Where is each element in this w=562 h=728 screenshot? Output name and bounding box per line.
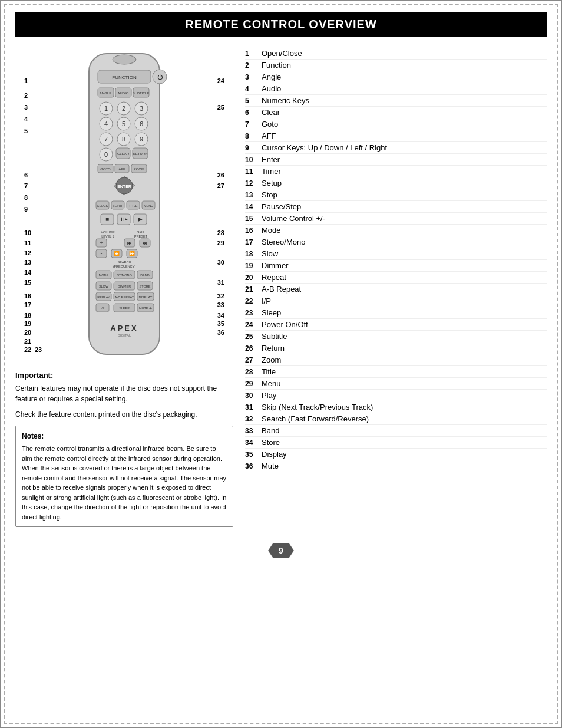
- right-column: 1Open/Close2Function3Angle4Audio5Numeric…: [245, 48, 547, 472]
- svg-text:DIGITAL: DIGITAL: [118, 334, 132, 337]
- function-item: 20Repeat: [245, 272, 547, 284]
- left-column: 1 2 3 4 5 6 7 8 9 10 11 12 13 14: [15, 48, 233, 532]
- function-num: 7: [245, 120, 262, 129]
- function-name: Mute: [262, 462, 279, 470]
- function-item: 28Title: [245, 366, 547, 378]
- function-item: 29Menu: [245, 378, 547, 390]
- svg-text:9: 9: [140, 136, 143, 143]
- function-num: 32: [245, 415, 262, 423]
- function-item: 3Angle: [245, 71, 547, 83]
- function-num: 22: [245, 297, 262, 305]
- label-22: 22: [24, 346, 31, 353]
- function-num: 11: [245, 167, 262, 176]
- label-30: 30: [217, 259, 224, 266]
- svg-text:SEARCH: SEARCH: [118, 261, 131, 264]
- function-item: 25Subtitle: [245, 331, 547, 342]
- function-num: 16: [245, 226, 262, 235]
- label-6: 6: [24, 172, 28, 179]
- svg-text:3: 3: [140, 105, 143, 112]
- svg-text:MENU: MENU: [144, 204, 153, 207]
- label-23: 23: [35, 346, 42, 353]
- notes-title: Notes:: [22, 431, 227, 442]
- svg-text:SETUP: SETUP: [113, 204, 124, 207]
- function-item: 5Numeric Keys: [245, 95, 547, 107]
- main-content: 1 2 3 4 5 6 7 8 9 10 11 12 13 14: [15, 48, 547, 532]
- function-item: 33Band: [245, 425, 547, 437]
- label-29: 29: [217, 239, 224, 246]
- function-name: Volume Control +/-: [262, 214, 325, 223]
- function-name: Audio: [262, 84, 281, 93]
- function-item: 15Volume Control +/-: [245, 213, 547, 225]
- svg-text:VOLUME: VOLUME: [101, 230, 115, 234]
- function-name: Dimmer: [262, 261, 289, 270]
- label-27: 27: [217, 182, 224, 189]
- function-num: 1: [245, 50, 262, 58]
- function-num: 25: [245, 332, 262, 341]
- function-num: 4: [245, 85, 262, 93]
- function-num: 29: [245, 380, 262, 388]
- svg-text:AUDIO: AUDIO: [117, 91, 128, 95]
- function-item: 35Display: [245, 449, 547, 460]
- function-name: Slow: [262, 249, 278, 258]
- function-name: Setup: [262, 179, 282, 187]
- function-num: 23: [245, 309, 262, 317]
- function-name: Angle: [262, 73, 281, 81]
- function-num: 15: [245, 215, 262, 223]
- label-16: 16: [24, 292, 31, 299]
- function-item: 13Stop: [245, 189, 547, 201]
- svg-text:6: 6: [140, 120, 143, 127]
- function-name: Goto: [262, 120, 278, 129]
- svg-text:ANGLE: ANGLE: [100, 91, 111, 95]
- function-num: 30: [245, 391, 262, 400]
- svg-text:1: 1: [104, 105, 108, 112]
- label-5: 5: [24, 127, 28, 134]
- svg-text:STORE: STORE: [140, 285, 151, 288]
- notes-text: The remote control transmits a direction…: [22, 444, 227, 522]
- function-num: 20: [245, 274, 262, 282]
- function-num: 26: [245, 344, 262, 353]
- svg-text:ENTER: ENTER: [117, 185, 131, 189]
- function-name: Numeric Keys: [262, 96, 309, 105]
- function-item: 30Play: [245, 390, 547, 401]
- function-item: 16Mode: [245, 225, 547, 236]
- svg-point-1: [113, 55, 136, 64]
- function-name: Cursor Keys: Up / Down / Left / Right: [262, 143, 387, 152]
- svg-text:(FREQUENCY): (FREQUENCY): [113, 265, 135, 268]
- svg-text:SLOW: SLOW: [99, 285, 109, 288]
- important-section: Important: Certain features may not oper…: [15, 366, 233, 532]
- function-name: AFF: [262, 131, 276, 140]
- label-12: 12: [24, 249, 31, 256]
- label-14: 14: [24, 269, 31, 276]
- function-num: 14: [245, 203, 262, 211]
- svg-text:2: 2: [122, 105, 125, 112]
- function-item: 8AFF: [245, 130, 547, 142]
- svg-text:⏪: ⏪: [114, 251, 120, 256]
- svg-text:GOTO: GOTO: [100, 167, 111, 171]
- label-21: 21: [24, 338, 31, 345]
- svg-text:⏭: ⏭: [143, 241, 147, 246]
- function-item: 18Slow: [245, 248, 547, 260]
- svg-text:FUNCTION: FUNCTION: [112, 75, 137, 80]
- label-8: 8: [24, 194, 28, 201]
- function-name: Clear: [262, 108, 280, 117]
- svg-text:CLOCK: CLOCK: [97, 204, 108, 207]
- svg-text:⏸▶: ⏸▶: [120, 216, 128, 222]
- function-list: 1Open/Close2Function3Angle4Audio5Numeric…: [245, 48, 547, 472]
- svg-text:⏮: ⏮: [127, 241, 132, 246]
- svg-text:0: 0: [104, 151, 108, 158]
- function-item: 27Zoom: [245, 354, 547, 366]
- svg-text:BAND: BAND: [140, 274, 149, 277]
- svg-text:TITLE: TITLE: [129, 204, 138, 207]
- remote-svg: FUNCTION ⏻ ANGLE AUDIO SUBTITLE: [65, 48, 183, 360]
- function-name: Skip (Next Track/Previous Track): [262, 403, 373, 411]
- svg-text:-: -: [101, 251, 103, 256]
- svg-text:SKIP: SKIP: [137, 230, 145, 234]
- function-num: 10: [245, 156, 262, 164]
- function-item: 19Dimmer: [245, 260, 547, 272]
- function-name: Pause/Step: [262, 202, 301, 211]
- page-num-badge: 9: [268, 543, 294, 558]
- function-name: Open/Close: [262, 49, 302, 58]
- svg-text:8: 8: [122, 136, 125, 143]
- label-28: 28: [217, 229, 224, 236]
- svg-text:RETURN: RETURN: [133, 152, 148, 156]
